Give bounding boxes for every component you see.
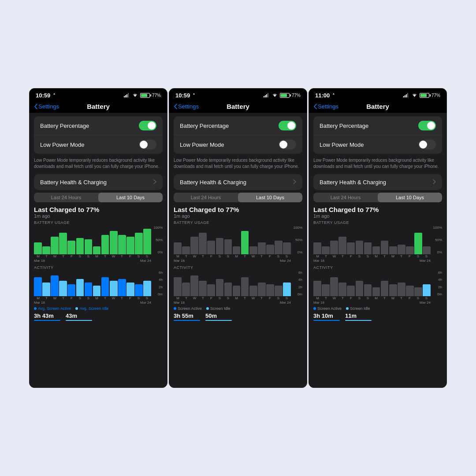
battery-health-row[interactable]: Battery Health & Charging xyxy=(34,174,163,190)
y-labels: 100% 50% 0% xyxy=(294,226,302,254)
date-range: Mar 18 Mar 24 xyxy=(174,259,302,263)
svg-rect-11 xyxy=(407,93,408,97)
settings-section: Battery Percentage Low Power Mode xyxy=(34,116,163,154)
chevron-right-icon xyxy=(293,178,296,186)
battery-health-row[interactable]: Battery Health & Charging xyxy=(313,174,442,190)
battery-usage-section: BATTERY USAGE 100% 50% 0% MTWTFSSMTWTFSS… xyxy=(309,219,446,263)
wifi-icon xyxy=(272,91,278,99)
y-label-0: 0% xyxy=(157,250,163,254)
time-selector: Last 24 Hours Last 10 Days xyxy=(34,193,163,202)
description-text: Low Power Mode temporarily reduces backg… xyxy=(309,156,446,172)
screen-idle-value: 43m xyxy=(66,312,92,319)
charge-title: Last Charged to 77% xyxy=(34,206,163,213)
svg-rect-5 xyxy=(265,95,266,97)
time-text: 10:59 xyxy=(175,92,190,99)
battery-usage-label: BATTERY USAGE xyxy=(174,220,302,225)
battery-fill xyxy=(141,94,147,97)
battery-outline xyxy=(140,93,150,98)
battery-pct-text: 77% xyxy=(292,93,301,98)
y-label-50: 50% xyxy=(156,238,163,242)
battery-outline xyxy=(420,93,429,98)
toggle-knob xyxy=(279,141,287,149)
status-bar: 11:00 77% xyxy=(309,89,446,101)
act-date-end: Mar 24 xyxy=(420,301,431,305)
y-label-50: 50% xyxy=(295,238,302,242)
screen-idle-item: 50m xyxy=(205,312,232,321)
y-4h: 4h xyxy=(159,278,163,282)
low-power-mode-toggle[interactable] xyxy=(418,140,436,149)
y-2h: 2h xyxy=(438,285,442,289)
activity-label: ACTIVITY xyxy=(34,265,163,270)
nav-title: Battery xyxy=(366,103,389,110)
act-date-end: Mar 24 xyxy=(280,301,291,305)
battery-percentage-toggle[interactable] xyxy=(139,121,156,130)
back-button[interactable]: Settings xyxy=(174,103,199,110)
status-icons: 77% xyxy=(264,91,301,99)
battery-percentage-label: Battery Percentage xyxy=(40,123,89,129)
y-label-0: 0% xyxy=(437,250,442,254)
battery-usage-section: BATTERY USAGE 100% 50% 0% MTWTFSSMTWTFSS… xyxy=(169,219,307,263)
status-time: 10:59 xyxy=(36,92,56,99)
screen-active-bar xyxy=(313,320,340,321)
time-10d-btn[interactable]: Last 10 Days xyxy=(378,193,442,202)
back-label: Settings xyxy=(38,103,59,110)
svg-rect-3 xyxy=(128,93,129,97)
back-button[interactable]: Settings xyxy=(34,103,59,110)
battery-usage-section: BATTERY USAGE 100% 50% 0% MTWTFSSMTWTFSS… xyxy=(30,219,167,263)
activity-chart-wrap: 6h 4h 2h 0m xyxy=(313,271,442,296)
activity-y-labels: 6h 4h 2h 0m xyxy=(298,271,302,296)
battery-health-row[interactable]: Battery Health & Charging xyxy=(174,174,302,190)
activity-date-range: Mar 18 Mar 24 xyxy=(313,301,442,305)
toggle-knob xyxy=(427,122,435,130)
time-10d-btn[interactable]: Last 10 Days xyxy=(98,193,163,202)
signal-icon xyxy=(124,91,130,99)
time-24h-btn[interactable]: Last 24 Hours xyxy=(174,193,238,202)
svg-rect-8 xyxy=(403,96,404,97)
chart-legend: Avg. Screen Active Avg. Screen Idle xyxy=(30,305,167,312)
y-labels: 100% 50% 0% xyxy=(154,226,163,254)
settings-section: Battery Percentage Low Power Mode xyxy=(313,116,442,154)
time-10d-btn[interactable]: Last 10 Days xyxy=(238,193,302,202)
low-power-mode-toggle[interactable] xyxy=(279,140,296,149)
screen-times: 3h 55m 50m xyxy=(169,312,307,321)
chevron-right-icon xyxy=(433,178,436,186)
nav-title: Battery xyxy=(87,103,110,110)
description-text: Low Power Mode temporarily reduces backg… xyxy=(30,156,167,172)
legend-item: Screen Active xyxy=(174,306,202,311)
legend-item: Screen Idle xyxy=(346,306,370,311)
battery-percentage-toggle[interactable] xyxy=(418,121,436,130)
activity-bars xyxy=(313,271,442,296)
legend-label: Screen Idle xyxy=(210,306,231,311)
screen-idle-item: 43m xyxy=(66,312,92,321)
signal-icon xyxy=(403,91,409,99)
toggle-knob xyxy=(419,141,427,149)
y-label-0: 0% xyxy=(297,250,302,254)
screen-times: 3h 10m 11m xyxy=(309,312,446,321)
date-end: Mar 24 xyxy=(280,259,291,263)
battery-icon: 77% xyxy=(280,93,301,98)
legend-item: Screen Idle xyxy=(206,306,231,311)
phone-3: 11:00 77% xyxy=(309,88,447,388)
time-selector: Last 24 Hours Last 10 Days xyxy=(174,193,302,202)
legend-label: Avg. Screen Idle xyxy=(79,306,108,311)
screen-active-bar xyxy=(174,320,200,321)
date-start: Mar 18 xyxy=(313,259,324,263)
time-24h-btn[interactable]: Last 24 Hours xyxy=(313,193,378,202)
battery-outline xyxy=(280,93,290,98)
back-label: Settings xyxy=(178,103,199,110)
low-power-mode-toggle[interactable] xyxy=(139,140,156,149)
activity-x-labels: MTWTFSSMTWTFSS xyxy=(174,296,302,300)
activity-date-range: Mar 18 Mar 24 xyxy=(34,301,163,305)
time-24h-btn[interactable]: Last 24 Hours xyxy=(34,193,98,202)
y-6h: 6h xyxy=(159,271,163,275)
battery-percentage-toggle[interactable] xyxy=(279,121,296,130)
charge-info: Last Charged to 77% 1m ago xyxy=(30,204,167,219)
legend-item: Avg. Screen Active xyxy=(34,306,71,311)
act-date-end: Mar 24 xyxy=(140,301,151,305)
act-date-start: Mar 18 xyxy=(174,301,185,305)
legend-dot xyxy=(346,307,349,310)
battery-usage-label: BATTERY USAGE xyxy=(313,220,442,225)
battery-percentage-row: Battery Percentage xyxy=(313,116,442,135)
y-4h: 4h xyxy=(298,278,302,282)
back-button[interactable]: Settings xyxy=(313,103,338,110)
